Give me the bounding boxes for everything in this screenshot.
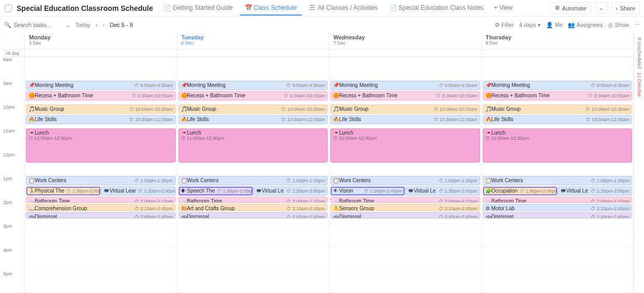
event-title: Work Centers — [187, 178, 219, 183]
event-icon: 🏃 — [29, 188, 34, 194]
event-title: Music Group — [35, 106, 64, 112]
event-card[interactable]: 📌Morning Meeting⏱ 9:00am-9:30am — [330, 81, 480, 90]
event-card[interactable]: 🚽Bathroom Time⏱ 2:00pm-2:15pm — [483, 197, 633, 203]
event-time: ⏱ 1:00pm-1:30pm — [439, 178, 478, 183]
days-select[interactable]: 4 days ▾ — [519, 22, 540, 28]
event-card[interactable]: 🧩Occupation⏱ 1:30pm-2:00pm — [483, 186, 557, 196]
event-card[interactable]: 💻Virtual Lear⏱ 1:30pm-2:00pm — [101, 186, 175, 196]
search-input[interactable] — [13, 22, 60, 28]
event-title: Recess + Bathroom Time — [492, 93, 550, 98]
event-time: ⏱ 2:00pm-2:15pm — [439, 199, 478, 203]
event-card[interactable]: 📌Morning Meeting⏱ 9:00am-9:30am — [178, 81, 328, 90]
tab-special-education-class-notes[interactable]: 📄Special Education Class Notes — [385, 1, 488, 16]
event-card[interactable]: 🚌Dismissal⏱ 2:45pm-2:45pm — [26, 212, 176, 218]
me-filter[interactable]: 👤 Me — [546, 22, 563, 28]
event-title: Art and Crafts Group — [187, 206, 235, 211]
event-card[interactable]: 📋Work Centers⏱ 1:00pm-1:30pm — [483, 176, 633, 185]
event-time: ⏱ 2:00pm-2:15pm — [134, 199, 173, 203]
event-card[interactable]: 🏃Physical The⏱ 1:30pm-2:00pm — [26, 186, 101, 196]
day-date: 8 Dec — [486, 40, 629, 46]
event-card[interactable]: 👁Vision⏱ 1:30pm-2:00pm — [330, 186, 405, 196]
event-card[interactable]: 📋Work Centers⏱ 1:00pm-1:30pm — [330, 176, 480, 185]
event-card[interactable]: 🔥Life Skills⏱ 10:30am-11:00am — [26, 115, 176, 124]
event-card[interactable]: 🎵Music Group⏱ 10:00am-10:30am — [26, 105, 176, 114]
event-icon: 📌 — [181, 82, 186, 88]
event-card[interactable]: 🟠Recess + Bathroom Time⏱ 9:30am-10:00am — [483, 91, 633, 100]
search-input-wrap[interactable]: 🔍 — [4, 22, 60, 28]
more-button[interactable]: ⋯ — [634, 22, 640, 28]
event-icon: 🗣 — [181, 188, 186, 194]
event-time: ⏱ 2:45pm-2:45pm — [439, 214, 478, 219]
event-time: ⏱ 2:15pm-2:45pm — [439, 206, 478, 211]
event-card[interactable]: 🚽Bathroom Time⏱ 2:00pm-2:15pm — [26, 197, 176, 203]
event-card[interactable]: 🎵Music Group⏱ 10:00am-10:30am — [178, 105, 328, 114]
toolbar: 🔍 ⌄ Today ‹ › Dec 5 - 8 ⚙ Filter 4 days … — [0, 17, 644, 33]
event-card[interactable]: 🟠Recess + Bathroom Time⏱ 9:30am-10:00am — [26, 91, 176, 100]
time-label: 9am — [0, 81, 24, 105]
event-time: ⏱ 9:30am-10:00am — [436, 93, 478, 98]
event-card[interactable]: 🍷Lunch⏱ 11:00am-12:30pm — [26, 128, 176, 163]
event-icon: ⚙ — [485, 206, 491, 211]
event-card[interactable]: 📋Work Centers⏱ 1:00pm-1:30pm — [26, 176, 176, 185]
overdue-bar[interactable]: 0 Unscheduled 11 Overdue — [634, 33, 644, 293]
event-title: Lunch — [35, 130, 49, 136]
event-title: Life Skills — [35, 116, 57, 122]
event-card[interactable]: 🚌Dismissal⏱ 2:45pm-2:45pm — [178, 212, 328, 218]
event-card[interactable]: 🚽Bathroom Time⏱ 2:00pm-2:15pm — [178, 197, 328, 203]
event-card[interactable]: 🟠Recess + Bathroom Time⏱ 9:30am-10:00am — [330, 91, 480, 100]
event-card[interactable]: 🔥Life Skills⏱ 10:30am-11:00am — [178, 115, 328, 124]
automate-chevron[interactable]: ⌄ — [594, 2, 608, 14]
event-card[interactable]: 📋Work Centers⏱ 1:00pm-1:30pm — [178, 176, 328, 185]
event-time: ⏱ 9:30am-10:00am — [284, 93, 325, 98]
day-name: Thursday — [486, 34, 629, 40]
event-card[interactable]: 🟠Recess + Bathroom Time⏱ 9:30am-10:00am — [178, 91, 328, 100]
event-time: ⏱ 2:15pm-2:45pm — [286, 206, 325, 211]
event-card[interactable]: 🚌Dismissal⏱ 2:45pm-2:45pm — [483, 212, 633, 218]
assignees-filter[interactable]: 👥 Assignees — [568, 22, 603, 28]
event-title: Dismissal — [35, 214, 57, 218]
event-icon: 📌 — [485, 82, 491, 88]
event-card[interactable]: ✋Sensory Group⏱ 2:15pm-2:45pm — [330, 204, 480, 211]
event-card[interactable]: 🍷Lunch⏱ 11:00am-12:30pm — [178, 128, 328, 163]
event-card[interactable]: 🎨Art and Crafts Group⏱ 2:15pm-2:45pm — [178, 204, 328, 211]
event-time: ⏱ 9:00am-9:30am — [439, 83, 478, 88]
tab-all-classes-activities[interactable]: ☰All Classes / Activities — [304, 1, 383, 16]
event-card[interactable]: 🗣Speech The⏱ 1:30pm-2:00pm — [178, 186, 253, 196]
date-range: Dec 5 - 8 — [110, 22, 133, 28]
time-label: 8am — [0, 57, 24, 81]
tab-getting-started-guide[interactable]: 📄Getting Started Guide — [159, 1, 238, 16]
show-button[interactable]: ◎ Show — [608, 22, 629, 28]
next-button[interactable]: › — [103, 22, 105, 28]
today-button[interactable]: Today — [75, 22, 90, 28]
event-card[interactable]: 🚽Bathroom Time⏱ 2:00pm-2:15pm — [330, 197, 480, 203]
event-card[interactable]: 🍷Lunch⏱ 11:00am-12:30pm — [483, 128, 633, 163]
event-card[interactable]: 🚌Dismissal⏱ 2:45pm-2:45pm — [330, 212, 480, 218]
event-card[interactable]: 🔥Life Skills⏱ 10:30am-11:00am — [330, 115, 480, 124]
event-card[interactable]: 📌Morning Meeting⏱ 9:00am-9:30am — [483, 81, 633, 90]
prev-button[interactable]: ‹ — [95, 22, 97, 28]
day-column: Thursday8 Dec📌Morning Meeting⏱ 9:00am-9:… — [482, 33, 634, 293]
event-card[interactable]: 🎵Music Group⏱ 10:00am-10:30am — [330, 105, 480, 114]
event-card[interactable]: 🎵Music Group⏱ 10:00am-10:30am — [483, 105, 633, 114]
event-card[interactable]: 📌Morning Meeting⏱ 9:00am-9:30am — [26, 81, 176, 90]
event-card[interactable]: 📖Comprehension Group⏱ 2:15pm-2:45pm — [26, 204, 176, 211]
event-card[interactable]: ⚙Motor Lab⏱ 2:15pm-2:45pm — [483, 204, 633, 211]
event-time: ⏱ 1:30pm-2:00pm — [66, 188, 101, 194]
event-icon: 📌 — [333, 82, 338, 88]
search-chevron-icon[interactable]: ⌄ — [65, 22, 70, 28]
event-card[interactable]: 💻Virtual Le⏱ 1:30pm-2:00pm — [253, 186, 328, 196]
event-time: ⏱ 10:30am-11:00am — [433, 117, 478, 122]
event-time: ⏱ 9:30am-10:00am — [588, 93, 629, 98]
event-icon: 💻 — [256, 188, 261, 194]
event-icon: 🟠 — [181, 93, 186, 98]
event-card[interactable]: 🍷Lunch⏱ 11:00am-12:30pm — [330, 128, 480, 163]
event-card[interactable]: 💻Virtual Le⏱ 1:30pm-2:00pm — [405, 186, 480, 196]
event-icon: 🚽 — [485, 198, 491, 203]
add-view-button[interactable]: + View — [489, 1, 518, 16]
share-button[interactable]: ‹ Share — [611, 2, 640, 14]
filter-button[interactable]: ⚙ Filter — [495, 22, 514, 28]
event-card[interactable]: 🔥Life Skills⏱ 10:30am-11:00am — [483, 115, 633, 124]
event-card[interactable]: 💻Virtual Le⏱ 1:30pm-2:00pm — [557, 186, 632, 196]
tab-class-schedule[interactable]: 📅Class Schedule — [240, 1, 302, 16]
automate-button[interactable]: ⚙ Automate — [550, 2, 591, 14]
